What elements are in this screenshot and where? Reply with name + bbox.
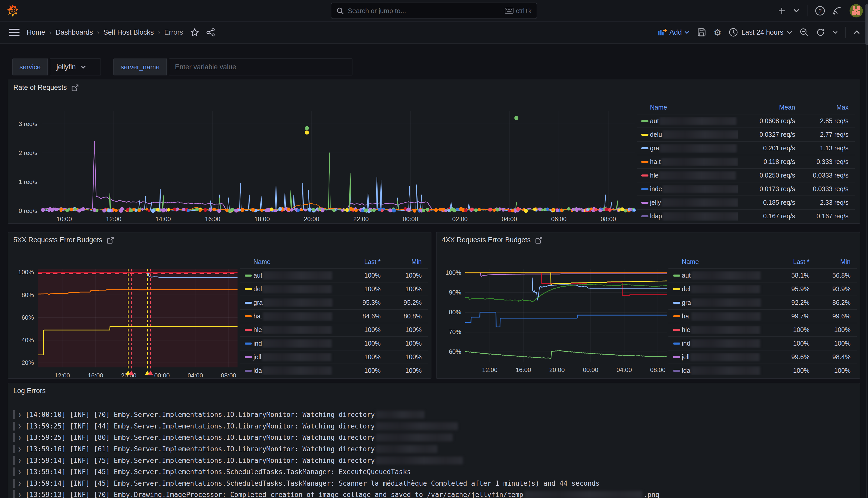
expand-chevron-icon[interactable]: ❯ <box>18 469 21 475</box>
4xx-error-budget-chart[interactable]: 60%70%80%90%100%12:0016:0020:0000:0004:0… <box>437 246 679 377</box>
series-name[interactable]: ha. <box>253 312 334 321</box>
refresh-interval-chevron-icon[interactable] <box>832 31 838 34</box>
log-level-bar <box>13 410 15 419</box>
log-line[interactable]: ❯[13:59:14] [INF] [45] Emby.Server.Imple… <box>13 466 855 478</box>
legend-row: lda100%100% <box>668 364 857 377</box>
panel-5xx-error-budgets: 5XX Requests Error Budgets 20%40%60%80%1… <box>8 232 431 379</box>
legend-header[interactable]: Max <box>795 104 849 111</box>
expand-chevron-icon[interactable]: ❯ <box>18 480 21 486</box>
menu-toggle-icon[interactable] <box>9 29 19 36</box>
legend-value: 100% <box>334 272 380 279</box>
series-name[interactable]: ind <box>253 339 334 348</box>
rate-of-requests-chart[interactable]: 0 req/s1 req/s2 req/s3 req/s10:0012:0014… <box>11 94 647 223</box>
new-button[interactable] <box>778 7 786 15</box>
legend-header[interactable]: Mean <box>738 104 795 111</box>
series-name[interactable]: hle <box>682 326 763 334</box>
legend-header[interactable]: Min <box>810 258 851 265</box>
clock-icon <box>729 28 738 37</box>
series-color-marker <box>641 120 649 122</box>
help-icon[interactable]: ? <box>815 6 825 16</box>
user-avatar[interactable] <box>850 4 863 17</box>
expand-chevron-icon[interactable]: ❯ <box>18 434 21 441</box>
legend-header[interactable]: Min <box>380 258 422 265</box>
series-name[interactable]: lda <box>682 366 763 375</box>
add-panel-button[interactable]: Add <box>658 28 690 37</box>
series-name[interactable]: jelly <box>650 198 738 207</box>
series-name[interactable]: aut <box>253 271 334 280</box>
external-link-icon[interactable] <box>535 237 543 244</box>
grafana-logo-icon[interactable] <box>6 4 19 17</box>
redacted-text <box>263 298 332 307</box>
legend-header[interactable]: Last * <box>763 258 810 265</box>
series-name[interactable]: aut <box>682 271 763 280</box>
svg-text:06:00: 06:00 <box>551 215 566 222</box>
series-name[interactable]: ldap <box>650 212 738 221</box>
favorite-star-icon[interactable] <box>190 28 199 37</box>
breadcrumb-item[interactable]: Self Host Blocks <box>103 28 154 37</box>
time-range-picker[interactable]: Last 24 hours <box>729 28 792 37</box>
series-name[interactable]: lda <box>253 366 334 375</box>
expand-chevron-icon[interactable]: ❯ <box>18 411 21 418</box>
series-name[interactable]: hle <box>253 326 334 334</box>
series-name[interactable]: aut <box>650 117 738 126</box>
new-chevron-down-icon[interactable] <box>793 9 799 13</box>
variable-input-server-name[interactable] <box>169 58 352 76</box>
expand-chevron-icon[interactable]: ❯ <box>18 457 21 463</box>
panel-title[interactable]: 5XX Requests Error Budgets <box>13 236 114 244</box>
series-color-marker <box>641 215 649 217</box>
log-line[interactable]: ❯[13:59:16] [INF] [61] Emby.Server.Imple… <box>13 443 855 455</box>
5xx-error-budget-chart[interactable]: 20%40%60%80%100%12:0016:0020:0000:0004:0… <box>8 246 250 377</box>
series-name[interactable]: delu <box>650 130 738 139</box>
svg-text:04:00: 04:00 <box>187 372 203 377</box>
expand-chevron-icon[interactable]: ❯ <box>18 423 21 429</box>
svg-text:20%: 20% <box>22 359 34 366</box>
log-line[interactable]: ❯[13:59:13] [INF] [70] Emby.Drawing.Imag… <box>13 489 855 498</box>
zoom-out-time-icon[interactable] <box>800 28 809 37</box>
dashboard-settings-gear-icon[interactable]: ⚙ <box>713 27 721 38</box>
expand-chevron-icon[interactable]: ❯ <box>18 492 21 498</box>
external-link-icon[interactable] <box>71 84 79 91</box>
panel-title[interactable]: Rate of Requests <box>13 84 79 92</box>
legend-row: del95.9%93.9% <box>668 282 857 296</box>
save-dashboard-button[interactable] <box>697 28 706 37</box>
series-name[interactable]: jell <box>682 353 763 362</box>
series-name[interactable]: gra <box>253 298 334 307</box>
redacted-text <box>659 117 736 126</box>
legend-header[interactable]: Name <box>682 258 763 265</box>
series-name[interactable]: gra <box>650 144 738 153</box>
series-name[interactable]: hle <box>650 171 738 180</box>
series-name[interactable]: ha. <box>682 312 763 321</box>
search-input[interactable]: Search or jump to... ctrl+k <box>331 3 537 19</box>
legend-value: 100% <box>380 367 422 374</box>
legend-header[interactable]: Name <box>253 258 334 265</box>
news-rss-icon[interactable] <box>832 6 842 15</box>
log-line[interactable]: ❯[14:00:10] [INF] [70] Emby.Server.Imple… <box>13 409 855 420</box>
series-name[interactable]: ind <box>682 339 763 348</box>
series-name[interactable]: inde <box>650 185 738 194</box>
panel-title[interactable]: 4XX Requests Error Budgets <box>442 236 543 244</box>
scrollbar-track[interactable] <box>866 22 867 498</box>
share-icon[interactable] <box>206 28 215 37</box>
collapse-caret-up-icon[interactable] <box>854 30 860 34</box>
breadcrumb-item[interactable]: Dashboards <box>56 28 93 37</box>
series-name[interactable]: del <box>253 285 334 293</box>
log-line[interactable]: ❯[13:59:25] [INF] [80] Emby.Server.Imple… <box>13 432 855 443</box>
panel-title[interactable]: Log Errors <box>13 387 46 395</box>
scrollbar-thumb[interactable] <box>865 4 868 45</box>
legend-value: 0.167 req/s <box>795 212 849 220</box>
series-name[interactable]: ha.t <box>650 158 738 166</box>
breadcrumb-item[interactable]: Home <box>27 28 45 37</box>
variable-select-service[interactable]: jellyfin <box>50 58 101 76</box>
log-line[interactable]: ❯[13:59:14] [INF] [75] Emby.Server.Imple… <box>13 455 855 466</box>
series-name[interactable]: gra <box>682 298 763 307</box>
log-line[interactable]: ❯[13:59:14] [INF] [45] Emby.Server.Imple… <box>13 478 855 489</box>
legend-header[interactable]: Name <box>650 104 738 111</box>
legend-header[interactable]: Last * <box>334 258 380 265</box>
external-link-icon[interactable] <box>107 237 114 244</box>
divider <box>807 5 807 16</box>
refresh-icon[interactable] <box>816 28 825 37</box>
series-name[interactable]: del <box>682 285 763 293</box>
expand-chevron-icon[interactable]: ❯ <box>18 446 21 452</box>
series-name[interactable]: jell <box>253 353 334 362</box>
log-line[interactable]: ❯[13:59:25] [INF] [44] Emby.Server.Imple… <box>13 420 855 432</box>
